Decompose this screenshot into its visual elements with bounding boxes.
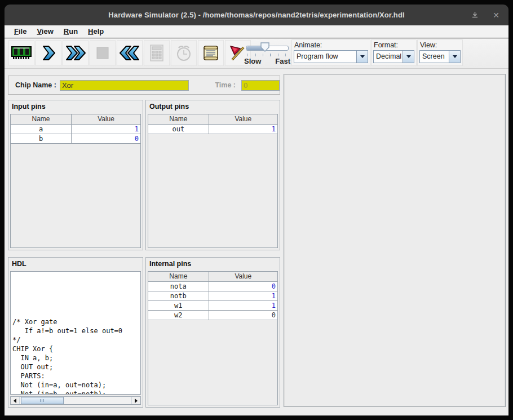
code-line: Not (in=a, out=nota); bbox=[12, 381, 139, 390]
toolbar: Slow Fast Animate: Program flow Format: … bbox=[5, 38, 508, 69]
pin-value-cell: 1 bbox=[209, 125, 277, 134]
window-title: Hardware Simulator (2.5) - /home/thomas/… bbox=[108, 11, 404, 19]
animate-select[interactable]: Program flow bbox=[294, 50, 368, 63]
menu-view[interactable]: View bbox=[32, 26, 58, 37]
pin-value-cell: 1 bbox=[209, 291, 277, 300]
menu-help[interactable]: Help bbox=[83, 26, 109, 37]
pin-name-cell: w2 bbox=[148, 311, 209, 320]
grip-icon bbox=[40, 399, 45, 402]
pin-name-cell: notb bbox=[148, 291, 209, 300]
table-header-row: Name Value bbox=[148, 114, 277, 125]
step-forward-icon bbox=[39, 43, 58, 63]
input-pins-panel: Input pins Name Value a 1 b 0 bbox=[8, 100, 143, 250]
animate-dropdown-button[interactable] bbox=[356, 51, 368, 63]
pin-value-cell[interactable]: 1 bbox=[72, 125, 140, 134]
output-pins-title: Output pins bbox=[146, 100, 280, 112]
menu-run[interactable]: Run bbox=[59, 26, 83, 37]
rewind-icon bbox=[118, 43, 141, 63]
scroll-left-button[interactable] bbox=[11, 397, 20, 404]
main-content: Chip Name : Time : Input pins Name Value… bbox=[5, 69, 508, 415]
stop-button bbox=[90, 40, 116, 66]
column-header-value: Value bbox=[209, 272, 277, 281]
calculator-button bbox=[144, 40, 170, 66]
hdl-code-view[interactable]: /* Xor gate If a!=b out=1 else out=0*/CH… bbox=[10, 271, 141, 395]
internal-pins-table: Name Value nota 0 notb 1 w1 bbox=[148, 271, 278, 405]
output-pins-panel: Output pins Name Value out 1 bbox=[145, 100, 280, 250]
output-pins-table: Name Value out 1 bbox=[148, 114, 278, 248]
view-label: View: bbox=[420, 41, 461, 49]
format-label: Format: bbox=[374, 41, 414, 49]
time-input bbox=[241, 80, 280, 91]
menu-file[interactable]: File bbox=[9, 26, 32, 37]
pin-name-cell: w1 bbox=[148, 301, 209, 310]
chip-name-label: Chip Name : bbox=[15, 81, 56, 89]
table-row: b 0 bbox=[11, 134, 140, 144]
code-line: /* Xor gate bbox=[12, 317, 139, 326]
view-dropdown-button[interactable] bbox=[449, 51, 460, 63]
table-header-row: Name Value bbox=[148, 272, 277, 282]
reset-button[interactable] bbox=[117, 40, 143, 66]
minimize-button[interactable] bbox=[470, 11, 479, 20]
slider-slow-label: Slow bbox=[244, 57, 261, 65]
scroll-right-button[interactable] bbox=[131, 397, 140, 404]
pin-name-cell: a bbox=[11, 125, 72, 134]
column-header-name: Name bbox=[148, 114, 209, 124]
stop-icon bbox=[93, 43, 112, 63]
hdl-title: HDL bbox=[8, 258, 143, 269]
pin-value-cell: 1 bbox=[209, 301, 277, 310]
animate-label: Animate: bbox=[294, 41, 368, 49]
animate-selected-value: Program flow bbox=[294, 51, 356, 63]
pin-name-cell: nota bbox=[148, 282, 209, 291]
code-line: Not (in=b, out=notb); bbox=[12, 390, 139, 395]
internal-pins-panel: Internal pins Name Value nota 0 notb 1 bbox=[145, 257, 280, 408]
column-header-value: Value bbox=[209, 114, 277, 124]
chip-name-input[interactable] bbox=[60, 80, 189, 91]
animate-group: Animate: Program flow bbox=[291, 39, 370, 66]
minimize-icon bbox=[471, 11, 479, 19]
chip-name-bar: Chip Name : Time : bbox=[8, 76, 280, 95]
view-group: View: Screen bbox=[417, 39, 463, 66]
close-icon: ✕ bbox=[493, 11, 499, 19]
format-dropdown-button[interactable] bbox=[403, 51, 414, 63]
close-button[interactable]: ✕ bbox=[492, 11, 501, 20]
load-chip-button[interactable] bbox=[8, 40, 34, 66]
internal-pins-title: Internal pins bbox=[146, 258, 280, 269]
pin-value-cell[interactable]: 0 bbox=[72, 134, 140, 143]
input-pins-table: Name Value a 1 b 0 bbox=[10, 114, 141, 248]
hdl-horizontal-scrollbar[interactable] bbox=[10, 396, 141, 405]
pin-value-cell: 0 bbox=[209, 311, 277, 320]
code-line: OUT out; bbox=[12, 362, 139, 372]
chevron-down-icon bbox=[360, 55, 365, 58]
view-select[interactable]: Screen bbox=[419, 50, 461, 63]
menubar: File View Run Help bbox=[5, 25, 508, 38]
format-select[interactable]: Decimal bbox=[373, 50, 414, 63]
format-group: Format: Decimal bbox=[371, 39, 417, 66]
table-row: w1 1 bbox=[148, 301, 277, 311]
script-scroll-icon bbox=[201, 43, 221, 63]
slider-fast-label: Fast bbox=[275, 57, 290, 65]
table-row: out 1 bbox=[148, 125, 277, 134]
memory-chip-icon bbox=[10, 44, 33, 62]
run-button[interactable] bbox=[63, 40, 89, 66]
screen-view-panel bbox=[284, 74, 506, 407]
calculator-icon bbox=[147, 43, 167, 63]
scrollbar-thumb[interactable] bbox=[21, 397, 64, 404]
code-line: */ bbox=[12, 335, 139, 344]
chevron-down-icon bbox=[406, 55, 411, 58]
pin-name-cell: b bbox=[11, 134, 72, 143]
single-step-button[interactable] bbox=[36, 40, 61, 66]
table-header-row: Name Value bbox=[11, 114, 140, 125]
fast-forward-icon bbox=[64, 43, 87, 63]
hdl-panel: HDL /* Xor gate If a!=b out=1 else out=0… bbox=[8, 257, 143, 408]
pin-name-cell: out bbox=[148, 125, 209, 134]
code-line: IN a, b; bbox=[12, 353, 139, 362]
column-header-value: Value bbox=[72, 114, 140, 124]
triangle-left-icon bbox=[14, 399, 16, 403]
speed-slider[interactable]: Slow Fast bbox=[244, 41, 290, 66]
slider-thumb[interactable] bbox=[260, 42, 269, 52]
slider-ticks bbox=[247, 54, 287, 56]
view-script-button[interactable] bbox=[198, 40, 224, 66]
column-header-name: Name bbox=[11, 114, 72, 124]
input-pins-title: Input pins bbox=[8, 100, 143, 112]
scrollbar-track[interactable] bbox=[20, 397, 131, 404]
